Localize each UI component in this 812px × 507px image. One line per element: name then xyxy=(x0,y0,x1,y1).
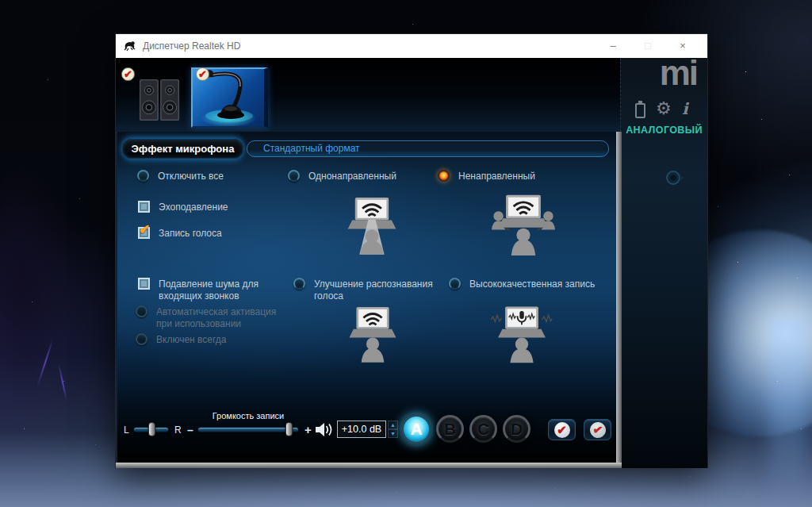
radio-icon xyxy=(136,333,147,345)
profile-button-a[interactable]: A xyxy=(401,414,431,444)
checkbox-icon xyxy=(138,201,150,213)
gear-icon[interactable]: ⚙ xyxy=(656,98,672,119)
record-volume-slider[interactable] xyxy=(197,427,299,432)
connector-type-label: АНАЛОГОВЫЙ xyxy=(621,125,707,136)
checkbox-echo-cancellation[interactable]: Эхоподавление xyxy=(138,201,228,213)
boost-db-value[interactable]: +10.0 dB xyxy=(337,421,386,438)
record-volume-slider-thumb[interactable] xyxy=(285,422,293,436)
radio-icon xyxy=(449,278,461,290)
set-default-communication-device-button[interactable]: ✔ xyxy=(584,419,611,440)
radio-voice-recognition[interactable]: Улучшение распознавания голоса xyxy=(293,278,437,302)
device-tab-strip: ✔ ✔ xyxy=(116,58,622,132)
realtek-app-icon xyxy=(123,40,136,52)
radio-icon xyxy=(136,305,147,317)
desktop-wallpaper: Диспетчер Realtek HD – □ × xyxy=(0,0,812,507)
balance-slider[interactable] xyxy=(133,427,169,432)
record-volume-label: Громкость записи xyxy=(197,411,300,421)
voice-recognition-illustration xyxy=(346,303,400,365)
wallpaper-stars xyxy=(0,0,1,1)
battery-icon xyxy=(635,103,645,118)
speaker-volume-icon xyxy=(316,422,334,437)
set-default-device-button[interactable]: ✔ xyxy=(548,419,576,440)
default-device-badge-speakers: ✔ xyxy=(121,67,135,81)
mi-brand-logo: mi xyxy=(660,53,697,93)
minimize-button[interactable]: – xyxy=(596,35,630,57)
radio-auto-activation[interactable]: Автоматическая активация при использован… xyxy=(136,305,282,330)
radio-disable-all[interactable]: Отключить все xyxy=(137,170,224,182)
default-communication-check-icon: ✔ xyxy=(588,421,607,439)
titlebar[interactable]: Диспетчер Realtek HD – □ × xyxy=(116,34,707,58)
volume-plus[interactable]: + xyxy=(304,423,312,436)
radio-hq-recording[interactable]: Высококачественная запись xyxy=(449,278,595,290)
default-device-check-icon: ✔ xyxy=(554,422,570,438)
tab-default-format[interactable]: Стандартный формат xyxy=(247,140,609,157)
radio-icon xyxy=(288,170,300,182)
profile-button-b[interactable]: B xyxy=(436,415,464,443)
boost-spin-up[interactable]: ▲ xyxy=(388,421,398,429)
balance-left-label: L xyxy=(124,424,129,436)
radio-always-on[interactable]: Включен всегда xyxy=(136,333,226,346)
profile-button-c[interactable]: C xyxy=(469,415,497,443)
default-device-badge-microphone: ✔ xyxy=(196,67,209,81)
hq-recording-illustration xyxy=(490,303,553,365)
window-body: ✔ ✔ mi xyxy=(116,58,707,468)
omnidirectional-illustration xyxy=(492,190,555,257)
radio-unidirectional[interactable]: Однонаправленный xyxy=(288,170,396,182)
side-panel: mi ⚙ i АНАЛОГОВЫЙ xyxy=(620,58,707,468)
radio-icon-selected xyxy=(438,170,450,182)
tab-mic-effects[interactable]: Эффект микрофона xyxy=(122,139,243,159)
radio-icon xyxy=(137,170,149,182)
panel-frame-bottom xyxy=(116,463,622,468)
checkbox-noise-suppression[interactable]: Подавление шума для входящих звонков xyxy=(138,278,263,302)
balance-slider-thumb[interactable] xyxy=(148,422,155,436)
radio-icon xyxy=(293,278,305,290)
balance-right-label: R xyxy=(174,424,182,436)
mic-effects-panel: Эффект микрофона Стандартный формат Откл… xyxy=(116,132,616,463)
speakers-icon xyxy=(136,75,183,123)
radio-omnidirectional[interactable]: Ненаправленный xyxy=(438,170,535,182)
volume-minus[interactable]: – xyxy=(187,424,193,436)
realtek-hd-manager-window: Диспетчер Realtek HD – □ × xyxy=(115,33,708,468)
info-icon[interactable]: i xyxy=(682,99,688,118)
profile-button-d[interactable]: D xyxy=(503,415,530,443)
window-title: Диспетчер Realtek HD xyxy=(143,40,240,52)
wallpaper-alien-silhouette xyxy=(0,135,119,421)
eye-icon[interactable] xyxy=(662,169,688,190)
boost-spin-down[interactable]: ▼ xyxy=(388,429,398,438)
checkbox-voice-recording[interactable]: ✔ Запись голоса xyxy=(138,227,222,240)
tab-speakers-device[interactable] xyxy=(136,75,183,123)
unidirectional-illustration xyxy=(344,194,400,257)
checkbox-icon xyxy=(138,278,150,290)
checkbox-icon-checked: ✔ xyxy=(138,227,150,239)
panel-frame-right xyxy=(616,132,622,468)
